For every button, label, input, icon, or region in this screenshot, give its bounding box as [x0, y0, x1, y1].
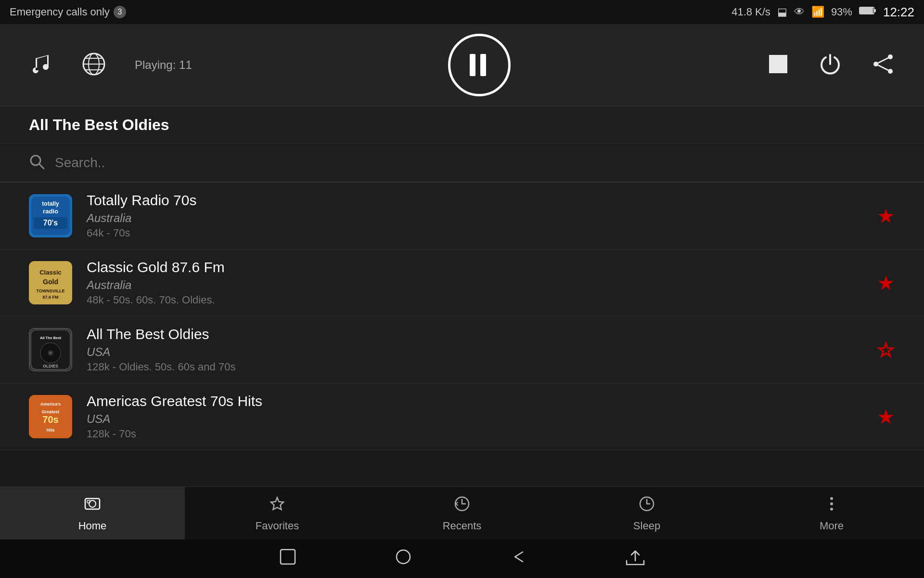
station-logo: totally radio 70's: [29, 194, 72, 237]
station-item[interactable]: America's Greatest 70s Hits Americas Gre…: [0, 383, 924, 450]
recents-icon: [453, 495, 471, 517]
station-info: Classic Gold 87.6 Fm Australia 48k - 50s…: [87, 259, 862, 306]
station-item[interactable]: totally radio 70's Totally Radio 70s Aus…: [0, 183, 924, 250]
svg-text:radio: radio: [43, 208, 58, 215]
svg-text:70's: 70's: [43, 219, 58, 227]
station-name: Totally Radio 70s: [87, 192, 862, 209]
svg-text:Greatest: Greatest: [42, 409, 60, 414]
svg-text:Gold: Gold: [43, 278, 58, 286]
nav-favorites[interactable]: Favorites: [185, 487, 370, 539]
network-speed: 41.8 K/s: [732, 6, 770, 18]
more-icon: [822, 495, 841, 517]
wifi-icon: 📶: [811, 6, 824, 18]
svg-rect-47: [281, 550, 295, 564]
sleep-icon: [638, 495, 656, 517]
svg-text:Classic: Classic: [39, 269, 62, 276]
eye-icon: 👁: [794, 6, 805, 18]
svg-line-15: [39, 164, 44, 169]
station-name: All The Best Oldies: [87, 326, 862, 342]
favorite-button[interactable]: ★: [877, 204, 895, 228]
svg-line-12: [876, 57, 890, 64]
svg-line-13: [876, 64, 890, 71]
svg-text:All The Best: All The Best: [40, 336, 62, 340]
station-info: All The Best Oldies USA 128k - Oldies. 5…: [87, 326, 862, 373]
sys-screenshot-button[interactable]: [625, 547, 646, 570]
nav-recents[interactable]: Recents: [370, 487, 554, 539]
nav-home[interactable]: Home: [0, 487, 185, 539]
favorite-button[interactable]: ☆: [877, 338, 895, 362]
svg-point-44: [830, 497, 833, 500]
station-info: Totally Radio 70s Australia 64k - 70s: [87, 192, 862, 239]
emergency-calls-text: Emergency calls only: [10, 6, 110, 18]
stop-button[interactable]: [767, 53, 789, 77]
favorite-button[interactable]: ★: [877, 271, 895, 295]
station-name: Classic Gold 87.6 Fm: [87, 259, 862, 276]
sys-home-button[interactable]: [394, 547, 413, 570]
nav-sleep[interactable]: Sleep: [554, 487, 739, 539]
search-input[interactable]: [55, 155, 895, 171]
svg-text:totally: totally: [42, 200, 59, 207]
station-list: totally radio 70's Totally Radio 70s Aus…: [0, 183, 924, 450]
power-button[interactable]: [818, 52, 842, 78]
svg-text:70s: 70s: [42, 414, 58, 425]
battery-text: 93%: [831, 6, 852, 18]
favorites-icon: [268, 495, 286, 517]
svg-text:TOWNSVILLE: TOWNSVILLE: [37, 289, 65, 293]
sys-back-button[interactable]: [278, 547, 297, 570]
search-bar: [0, 144, 924, 183]
svg-rect-8: [769, 55, 787, 73]
station-name: Americas Greatest 70s Hits: [87, 393, 862, 409]
system-nav-bar: [0, 539, 924, 578]
station-logo: All The Best OLDIES: [29, 328, 72, 371]
station-details: 128k - Oldies. 50s. 60s and 70s: [87, 361, 862, 373]
playing-label: Playing: 11: [135, 58, 192, 72]
nav-recents-label: Recents: [443, 520, 482, 532]
station-details: 48k - 50s. 60s. 70s. Oldies.: [87, 294, 862, 306]
station-details: 64k - 70s: [87, 227, 862, 239]
nav-more[interactable]: More: [739, 487, 924, 539]
svg-rect-2: [860, 8, 873, 13]
svg-text:OLDIES: OLDIES: [43, 364, 58, 368]
music-note-icon[interactable]: [29, 51, 53, 79]
home-icon: [83, 495, 102, 517]
station-logo: America's Greatest 70s Hits: [29, 395, 72, 438]
nav-sleep-label: Sleep: [633, 520, 660, 532]
station-info: Americas Greatest 70s Hits USA 128k - 70…: [87, 393, 862, 440]
svg-point-32: [50, 352, 51, 354]
svg-text:Hits: Hits: [46, 428, 54, 433]
sys-recent-button[interactable]: [509, 547, 528, 570]
station-item[interactable]: All The Best OLDIES All The Best Oldies …: [0, 316, 924, 383]
bottom-nav: Home Favorites Recents Sleep: [0, 486, 924, 539]
search-icon: [29, 154, 45, 172]
station-details: 128k - 70s: [87, 428, 862, 440]
svg-text:America's: America's: [40, 402, 61, 407]
nav-home-label: Home: [78, 520, 107, 532]
svg-rect-1: [874, 9, 876, 12]
bluetooth-icon: ⬓: [777, 6, 787, 18]
clock-time: 12:22: [883, 5, 914, 20]
svg-point-48: [397, 550, 410, 564]
status-bar: Emergency calls only 3 41.8 K/s ⬓ 👁 📶 93…: [0, 0, 924, 24]
station-logo: Classic Gold TOWNSVILLE 87.6 FM: [29, 261, 72, 304]
station-country: USA: [87, 412, 862, 426]
nav-more-label: More: [820, 520, 844, 532]
svg-text:87.6 FM: 87.6 FM: [42, 295, 58, 300]
current-station-title: All The Best Oldies: [0, 106, 924, 144]
station-country: USA: [87, 345, 862, 359]
nav-favorites-label: Favorites: [256, 520, 299, 532]
player-area: Playing: 11: [0, 24, 924, 106]
favorite-button[interactable]: ★: [877, 405, 895, 429]
share-button[interactable]: [871, 52, 895, 78]
globe-icon[interactable]: [82, 52, 106, 78]
station-country: Australia: [87, 211, 862, 225]
station-item[interactable]: Classic Gold TOWNSVILLE 87.6 FM Classic …: [0, 250, 924, 316]
battery-icon: [859, 6, 876, 18]
svg-point-46: [830, 508, 833, 511]
pause-button[interactable]: [448, 34, 511, 96]
svg-point-45: [830, 502, 833, 505]
station-country: Australia: [87, 278, 862, 292]
notification-badge: 3: [114, 6, 126, 18]
